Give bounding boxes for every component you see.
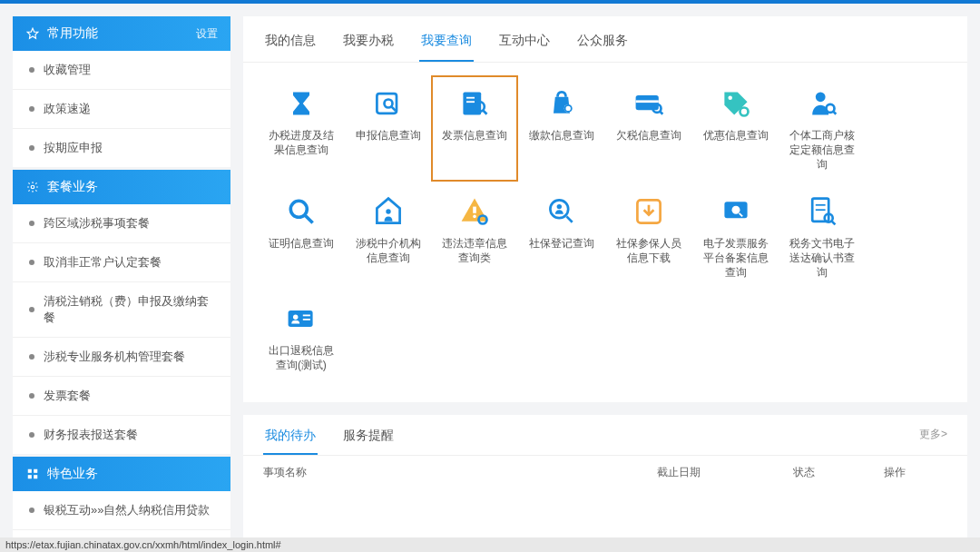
todo-tab-pending[interactable]: 我的待办 xyxy=(263,424,318,455)
query-panel: 我的信息 我要办税 我要查询 互动中心 公众服务 办税进度及结果信息查询申报信息… xyxy=(243,16,967,402)
sidebar-item-clear-tax[interactable]: 清税注销税（费）申报及缴纳套餐 xyxy=(13,282,230,338)
id-card-icon xyxy=(282,300,320,338)
grid-icon xyxy=(25,467,40,481)
todo-more-link[interactable]: 更多> xyxy=(919,427,947,451)
svg-point-27 xyxy=(386,209,390,213)
grid-item-person-search[interactable]: 个体工商户核定定额信息查询 xyxy=(782,79,862,178)
svg-line-42 xyxy=(831,220,836,224)
svg-point-44 xyxy=(293,315,298,320)
sidebar-item-prof-service[interactable]: 涉税专业服务机构管理套餐 xyxy=(13,338,230,377)
col-action: 操作 xyxy=(884,465,947,480)
sidebar-title: 常用功能 xyxy=(47,25,98,42)
sidebar-item-periodic[interactable]: 按期应申报 xyxy=(13,129,230,167)
sidebar-item-favorites[interactable]: 收藏管理 xyxy=(13,51,230,90)
sidebar-item-label: 发票套餐 xyxy=(44,388,91,404)
grid-item-label: 电子发票服务平台备案信息查询 xyxy=(701,236,770,281)
todo-tabs: 我的待办 服务提醒 更多> xyxy=(243,415,967,456)
sidebar-item-invoice[interactable]: 发票套餐 xyxy=(13,377,230,416)
svg-point-22 xyxy=(816,92,826,102)
grid-item-magnify[interactable]: 证明信息查询 xyxy=(261,187,341,286)
col-status: 状态 xyxy=(793,465,884,480)
svg-rect-3 xyxy=(34,469,37,473)
grid-item-calendar-search[interactable]: 申报信息查询 xyxy=(348,79,428,178)
grid-item-label: 缴款信息查询 xyxy=(529,128,594,143)
sidebar-settings-link[interactable]: 设置 xyxy=(196,26,218,42)
sidebar-item-label: 取消非正常户认定套餐 xyxy=(44,254,162,271)
bag-search-icon xyxy=(543,84,581,123)
svg-point-7 xyxy=(384,100,392,108)
sidebar: 常用功能 设置 收藏管理 政策速递 按期应申报 套餐业务 跨区域涉税事项套餐 取… xyxy=(13,16,230,552)
grid-item-house-person[interactable]: 涉税中介机构信息查询 xyxy=(348,187,428,286)
sidebar-item-label: 政策速递 xyxy=(44,101,91,117)
sidebar-item-cancel-abnormal[interactable]: 取消非正常户认定套餐 xyxy=(13,243,230,282)
sidebar-item-label: 财务报表报送套餐 xyxy=(44,427,138,443)
svg-rect-11 xyxy=(466,101,475,103)
grid-item-label: 申报信息查询 xyxy=(356,128,421,143)
grid-item-label: 办税进度及结果信息查询 xyxy=(267,128,336,157)
sidebar-item-label: 按期应申报 xyxy=(44,140,103,156)
todo-table-header: 事项名称 截止日期 状态 操作 xyxy=(243,456,967,489)
grid-item-hourglass[interactable]: 办税进度及结果信息查询 xyxy=(261,79,341,178)
grid-item-doc-search[interactable]: 税务文书电子送达确认书查询 xyxy=(782,187,862,286)
svg-rect-17 xyxy=(635,100,658,103)
svg-rect-2 xyxy=(28,469,32,473)
col-name: 事项名称 xyxy=(263,465,657,480)
tab-do-tax[interactable]: 我要办税 xyxy=(341,27,396,62)
todo-tab-reminder[interactable]: 服务提醒 xyxy=(341,424,396,455)
warn-search-icon xyxy=(456,192,494,231)
tab-interact[interactable]: 互动中心 xyxy=(497,27,552,62)
sidebar-item-fin-report[interactable]: 财务报表报送套餐 xyxy=(13,416,230,454)
download-icon xyxy=(630,192,668,231)
calendar-search-icon xyxy=(369,84,407,123)
sidebar-header-special: 特色业务 xyxy=(13,457,230,491)
grid-item-card-search[interactable]: 欠税信息查询 xyxy=(609,79,689,178)
sidebar-item-label: 收藏管理 xyxy=(44,62,91,78)
star-icon xyxy=(25,26,40,41)
col-deadline: 截止日期 xyxy=(657,465,793,480)
sidebar-item-label: 涉税专业服务机构管理套餐 xyxy=(44,349,185,365)
grid-item-platform[interactable]: 电子发票服务平台备案信息查询 xyxy=(696,187,776,286)
svg-line-8 xyxy=(391,107,396,112)
sidebar-title: 套餐业务 xyxy=(47,179,98,195)
invoice-search-icon xyxy=(456,84,494,123)
sidebar-item-label: 清税注销税（费）申报及缴纳套餐 xyxy=(44,293,214,326)
sidebar-item-bank-tax-personal[interactable]: 银税互动»»自然人纳税信用贷款 xyxy=(13,491,230,530)
sidebar-header-package: 套餐业务 xyxy=(13,170,230,204)
svg-point-36 xyxy=(731,205,740,213)
hourglass-icon xyxy=(282,84,320,123)
grid-item-bag-search[interactable]: 缴款信息查询 xyxy=(522,79,602,178)
tab-public[interactable]: 公众服务 xyxy=(575,27,630,62)
svg-rect-10 xyxy=(466,97,475,99)
svg-rect-4 xyxy=(28,475,32,478)
grid-item-label: 个体工商户核定定额信息查询 xyxy=(788,128,857,172)
svg-point-32 xyxy=(557,203,562,208)
svg-point-1 xyxy=(31,185,34,189)
sidebar-item-policy[interactable]: 政策速递 xyxy=(13,90,230,129)
grid-item-invoice-search[interactable]: 发票信息查询 xyxy=(435,79,514,178)
grid-item-label: 欠税信息查询 xyxy=(616,128,681,143)
sidebar-header-common: 常用功能 设置 xyxy=(13,16,230,51)
tab-my-info[interactable]: 我的信息 xyxy=(263,27,318,62)
sidebar-item-label: 跨区域涉税事项套餐 xyxy=(44,215,150,232)
svg-line-26 xyxy=(305,215,312,222)
grid-item-label: 证明信息查询 xyxy=(269,236,334,251)
magnify-icon xyxy=(282,192,320,231)
svg-point-21 xyxy=(740,108,748,116)
svg-point-25 xyxy=(290,201,307,217)
sidebar-section-common: 常用功能 设置 收藏管理 政策速递 按期应申报 xyxy=(13,16,230,167)
gear-icon xyxy=(25,180,40,194)
svg-marker-0 xyxy=(27,28,38,38)
grid-item-id-card[interactable]: 出口退税信息查询(测试) xyxy=(261,294,341,378)
grid-item-warn-search[interactable]: 违法违章信息查询类 xyxy=(435,187,514,286)
tab-query[interactable]: 我要查询 xyxy=(419,27,474,62)
grid-item-download[interactable]: 社保参保人员信息下载 xyxy=(609,187,689,286)
grid-item-label: 社保参保人员信息下载 xyxy=(614,236,683,265)
grid-item-discount-search[interactable]: 优惠信息查询 xyxy=(696,79,776,178)
grid-item-label: 税务文书电子送达确认书查询 xyxy=(788,236,857,281)
discount-search-icon xyxy=(717,84,755,123)
grid-item-label: 优惠信息查询 xyxy=(703,128,769,143)
card-search-icon xyxy=(630,84,668,123)
svg-rect-45 xyxy=(303,315,310,317)
sidebar-item-cross-region[interactable]: 跨区域涉税事项套餐 xyxy=(13,204,230,243)
grid-item-social-search[interactable]: 社保登记查询 xyxy=(522,187,602,286)
